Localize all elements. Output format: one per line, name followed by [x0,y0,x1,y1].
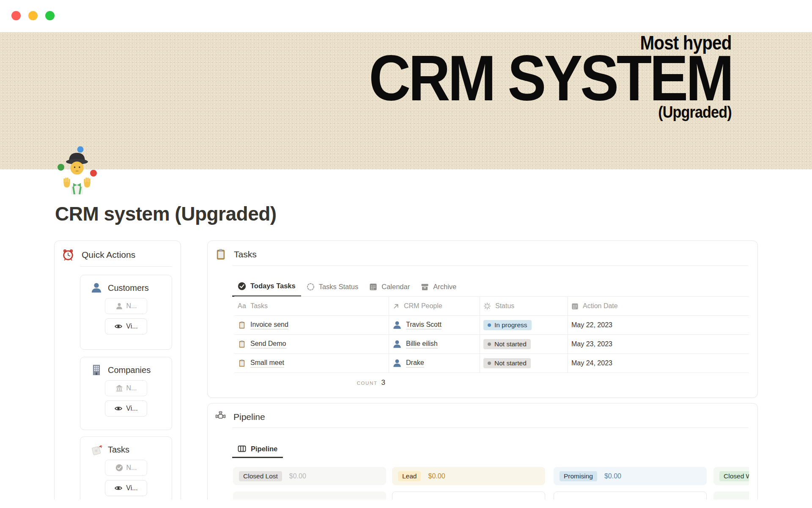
group-badge-lead[interactable]: Lead [398,471,421,481]
view-customers-label: Vi... [126,323,137,330]
divider [232,265,748,266]
pipeline-card: Pipeline Pipeline Closed Lost $0.00 Lead [207,403,758,508]
tab-pipeline[interactable]: Pipeline [232,441,283,458]
check-circle-filled-icon [238,282,246,290]
view-customers-button[interactable]: Vi... [105,318,147,334]
customers-section-card: Customers N... Vi... [80,275,172,350]
app-window: Most hyped CRM SYSTEM (Upgraded) [0,0,812,508]
view-tasks-label: Vi... [126,484,137,492]
eye-icon [114,484,123,492]
column-header-crm-people[interactable]: CRM People [389,297,480,315]
text-property-icon: Aa [238,302,246,310]
new-company-button[interactable]: N... [105,380,147,396]
page-cover: Most hyped CRM SYSTEM (Upgraded) [0,32,812,169]
tab-label: Todays Tasks [250,282,296,290]
action-date[interactable]: May 23, 2023 [571,340,612,348]
companies-section-label: Companies [108,365,151,375]
divider [232,428,748,428]
status-dot [488,323,491,327]
person-link[interactable]: Billie eilish [406,340,438,348]
board-view-icon [238,444,246,453]
pipeline-pipe-icon [215,411,226,422]
bust-silhouette-icon [392,359,402,368]
group-badge-closed-won[interactable]: Closed Won [719,471,749,481]
tasks-table: Aa Tasks CRM People [234,296,749,387]
table-row: Invoice send Travis Scott In progress [234,316,749,335]
calendar-icon [571,303,579,310]
column-header-tasks[interactable]: Aa Tasks [234,297,389,315]
status-badge[interactable]: Not started [483,358,531,368]
kanban-group-lead: Lead $0.00 [392,467,545,485]
view-companies-label: Vi... [126,405,137,412]
divider [80,266,172,267]
new-company-label: N... [126,384,137,392]
office-building-icon [91,364,102,376]
new-task-button[interactable]: N... [105,460,147,476]
new-task-label: N... [126,464,137,472]
customers-section-label: Customers [108,283,149,293]
view-companies-button[interactable]: Vi... [105,400,147,417]
pipeline-card-title: Pipeline [233,412,265,422]
dashed-circle-icon [307,283,315,291]
group-amount: $0.00 [289,472,306,480]
status-dot [488,342,491,346]
bust-silhouette-icon [392,320,402,330]
task-link[interactable]: Send Demo [250,340,286,348]
page-icon juggler-emoji-icon[interactable] [57,146,99,194]
clipboard-icon [215,248,227,260]
action-date[interactable]: May 24, 2023 [571,359,612,367]
quick-actions-card: Quick Actions Customers [54,240,181,508]
cover-subtitle: (Upgraded) [658,104,732,120]
new-customer-button[interactable]: N... [105,298,147,314]
kanban-group-closed-won: Closed Won [713,467,749,485]
tab-label: Tasks Status [319,283,359,291]
person-link[interactable]: Travis Scott [406,321,442,329]
column-header-action-date[interactable]: Action Date [568,297,749,315]
table-row: Small meet Drake Not started [234,354,749,373]
window-zoom-button[interactable] [45,11,55,20]
new-customer-label: N... [126,302,137,310]
task-link[interactable]: Small meet [250,359,284,367]
tasks-section-card: Tasks N... Vi... [80,436,172,508]
check-circle-icon [115,464,123,472]
calendar-icon [369,283,377,291]
table-count[interactable]: COUNT 3 [234,373,389,387]
arrow-ne-icon [392,303,400,310]
tasks-view-tabs: Todays Tasks Tasks Status [232,276,462,297]
eye-icon [114,322,123,331]
task-link[interactable]: Invoice send [250,321,288,329]
person-link[interactable]: Drake [406,359,424,367]
clipboard-icon [238,321,246,329]
companies-section-card: Companies N... [80,357,172,430]
alarm-clock-icon [62,248,74,261]
tab-todays-tasks[interactable]: Todays Tasks [232,276,301,297]
tasks-card-title: Tasks [234,249,257,260]
cover-title: CRM SYSTEM [369,46,732,110]
clipboard-icon [238,359,246,367]
tab-archive[interactable]: Archive [415,276,462,297]
archive-box-icon [421,283,429,291]
window-close-button[interactable] [11,11,21,20]
group-badge-promising[interactable]: Promising [560,471,597,481]
tab-label: Archive [433,283,456,291]
clipboard-icon [238,340,246,348]
quick-actions-title: Quick Actions [82,250,135,260]
status-badge[interactable]: Not started [483,339,531,349]
status-badge[interactable]: In progress [483,320,532,330]
bust-silhouette-icon [91,282,102,294]
tab-calendar[interactable]: Calendar [364,276,415,297]
action-date[interactable]: May 22, 2023 [571,321,612,329]
label-tag-icon [91,444,102,456]
column-header-status[interactable]: Status [480,297,568,315]
view-tasks-button[interactable]: Vi... [105,480,147,496]
kanban-group-closed-lost: Closed Lost $0.00 [233,467,386,485]
tasks-card: Tasks Todays Tasks Task [207,240,758,398]
window-titlebar [0,0,812,32]
window-minimize-button[interactable] [28,11,38,20]
table-row: Send Demo Billie eilish Not started [234,335,749,354]
tab-tasks-status[interactable]: Tasks Status [301,276,364,297]
bank-icon [115,384,123,392]
person-icon [115,302,123,310]
tab-label: Pipeline [251,445,277,453]
group-badge-closed-lost[interactable]: Closed Lost [239,471,282,481]
